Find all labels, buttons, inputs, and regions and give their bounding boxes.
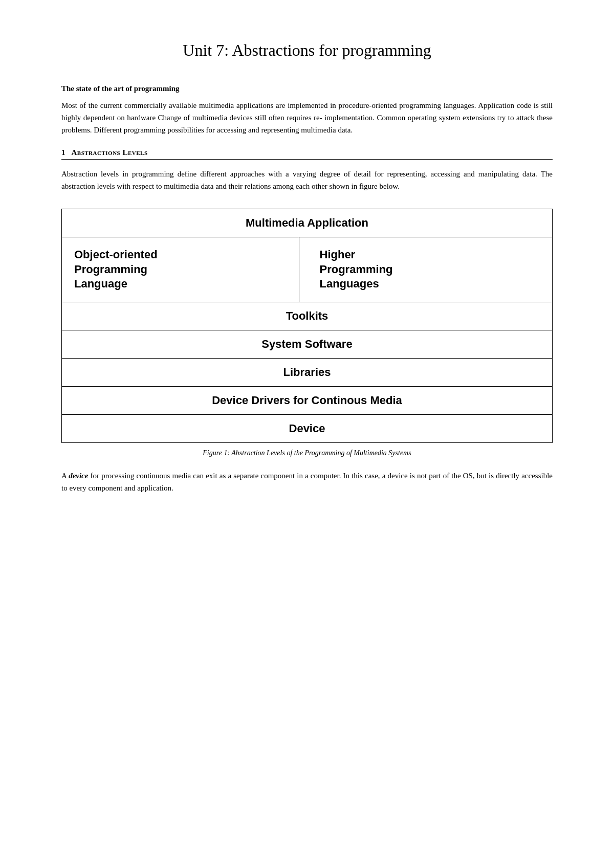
device-label: Device: [289, 422, 325, 435]
diagram-row-libraries: Libraries: [62, 359, 552, 387]
system-software-label: System Software: [261, 338, 352, 351]
page-wrapper: Unit 7: Abstractions for programming The…: [61, 41, 553, 868]
diagram-row-device: Device: [62, 415, 552, 442]
intro-section: The state of the art of programming Most…: [61, 84, 553, 136]
device-section-after: for processing continuous media can exit…: [61, 472, 553, 492]
toolkits-label: Toolkits: [286, 309, 328, 323]
diagram-row-system-software: System Software: [62, 330, 552, 359]
object-oriented-label: Object-orientedProgrammingLanguage: [74, 248, 158, 292]
figure-caption: Figure 1: Abstraction Levels of the Prog…: [61, 449, 553, 457]
intro-heading: The state of the art of programming: [61, 84, 553, 93]
multimedia-app-label: Multimedia Application: [246, 216, 368, 230]
device-section-before: A: [61, 472, 69, 480]
diagram-row-toolkits: Toolkits: [62, 302, 552, 330]
higher-programming-label: HigherProgrammingLanguages: [320, 248, 393, 292]
diagram-row-multimedia-app: Multimedia Application: [62, 209, 552, 237]
diagram-cell-object-oriented: Object-orientedProgrammingLanguage: [62, 237, 299, 302]
device-section-body: A device for processing continuous media…: [61, 470, 553, 494]
section1-header: 1 Abstractions Levels: [61, 148, 553, 160]
section1-number: 1: [61, 148, 65, 157]
section1-title: Abstractions Levels: [72, 148, 148, 157]
diagram-row-split: Object-orientedProgrammingLanguage Highe…: [62, 237, 552, 302]
page-title: Unit 7: Abstractions for programming: [61, 41, 553, 60]
device-drivers-label: Device Drivers for Continous Media: [212, 394, 402, 407]
intro-body: Most of the current commercially availab…: [61, 99, 553, 136]
diagram-cell-higher-programming: HigherProgrammingLanguages: [299, 237, 553, 302]
libraries-label: Libraries: [283, 366, 331, 379]
device-section-bold: device: [69, 472, 88, 480]
abstraction-diagram: Multimedia Application Object-orientedPr…: [61, 209, 553, 443]
section1-body: Abstraction levels in programming define…: [61, 168, 553, 192]
diagram-row-device-drivers: Device Drivers for Continous Media: [62, 387, 552, 415]
